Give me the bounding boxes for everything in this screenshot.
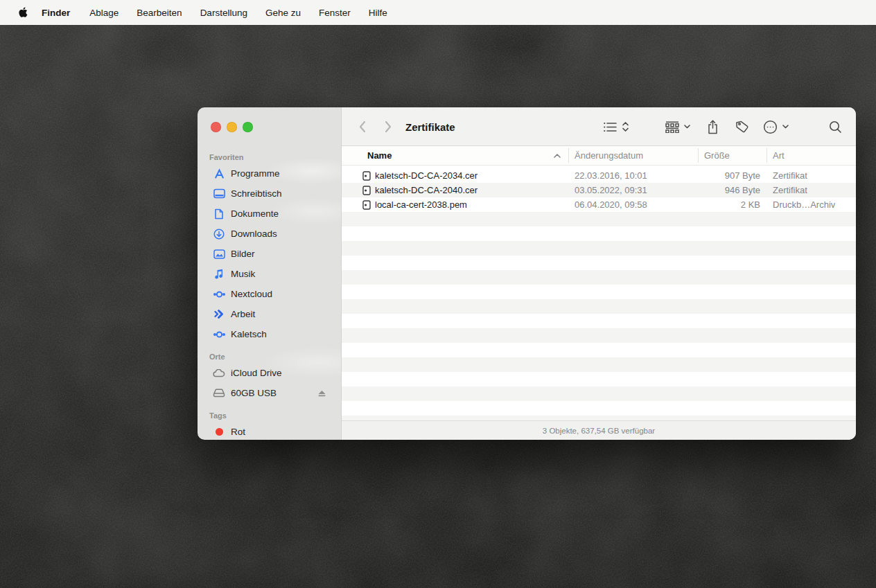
minimize-button[interactable]: [227, 122, 237, 132]
sidebar-item-label: 60GB USB: [231, 388, 277, 398]
ellipsis-circle-icon: [763, 120, 778, 134]
forward-button[interactable]: [378, 117, 398, 136]
column-header-art[interactable]: Art: [773, 146, 785, 165]
sidebar-section-header: Favoriten: [198, 150, 342, 163]
sidebar-item-label: Downloads: [231, 229, 277, 239]
document-icon: [212, 208, 226, 220]
download-circle-icon: [212, 229, 226, 240]
certificate-file-icon: [362, 171, 371, 181]
red-tag-dot: [212, 427, 226, 436]
menu-bar: Finder Ablage Bearbeiten Darstellung Geh…: [0, 0, 876, 25]
file-row[interactable]: kaletsch-DC-CA-2040.cer 03.05.2022, 09:3…: [342, 183, 856, 197]
menu-item-bearbeiten[interactable]: Bearbeiten: [128, 8, 191, 18]
sidebar-item-musik[interactable]: Musik: [198, 264, 342, 284]
back-button[interactable]: [353, 117, 372, 136]
window-controls: [211, 122, 253, 132]
desktop-icon: [212, 188, 226, 199]
file-kind: Zertifikat: [773, 168, 807, 183]
chevron-down-icon: [684, 125, 690, 129]
tag-icon: [735, 120, 749, 134]
status-bar: 3 Objekte, 637,54 GB verfügbar: [342, 420, 856, 440]
search-icon: [829, 121, 842, 134]
sidebar-item-programme[interactable]: Programme: [198, 163, 342, 184]
status-text: 3 Objekte, 637,54 GB verfügbar: [543, 427, 655, 435]
shortcut-arrow-icon: [212, 309, 226, 319]
file-row[interactable]: kaletsch-DC-CA-2034.cer 22.03.2016, 10:0…: [342, 168, 856, 183]
menu-item-ablage[interactable]: Ablage: [80, 8, 128, 18]
sidebar-item-bilder[interactable]: Bilder: [198, 244, 342, 264]
file-name: local-ca-cert-2038.pem: [375, 197, 467, 212]
menu-item-gehe-zu[interactable]: Gehe zu: [256, 8, 310, 18]
sort-chevrons-icon: [622, 121, 629, 132]
list-column-headers: Name Änderungsdatum Größe Art: [342, 146, 856, 166]
sidebar-item-icloud-drive[interactable]: iCloud Drive: [198, 363, 342, 383]
file-name: kaletsch-DC-CA-2034.cer: [375, 168, 478, 183]
file-size: 907 Byte: [691, 168, 760, 183]
file-list: kaletsch-DC-CA-2034.cer 22.03.2016, 10:0…: [342, 166, 856, 420]
sidebar-item-arbeit[interactable]: Arbeit: [198, 304, 342, 324]
sidebar-item-label: Rot: [231, 427, 245, 437]
file-row[interactable]: local-ca-cert-2038.pem 06.04.2020, 09:58…: [342, 197, 856, 212]
sidebar-item-nextcloud[interactable]: Nextcloud: [198, 284, 342, 304]
sort-ascending-icon: [554, 146, 561, 165]
more-actions-control[interactable]: [763, 107, 789, 146]
toolbar: Zertifikate: [342, 107, 856, 146]
nav-buttons: [353, 117, 398, 136]
sidebar-item-tag-rot[interactable]: Rot: [198, 422, 342, 440]
file-name: kaletsch-DC-CA-2040.cer: [375, 183, 478, 197]
sidebar-item-dokumente[interactable]: Dokumente: [198, 204, 342, 224]
close-button[interactable]: [211, 122, 221, 132]
nextcloud-icon: [212, 330, 226, 339]
column-divider[interactable]: [568, 148, 569, 163]
sidebar-item-label: iCloud Drive: [231, 368, 282, 378]
search-button[interactable]: [829, 107, 842, 146]
column-header-aenderungsdatum[interactable]: Änderungsdatum: [575, 146, 643, 165]
file-kind: Zertifikat: [773, 183, 807, 197]
appstore-icon: [212, 168, 226, 179]
file-date: 06.04.2020, 09:58: [575, 197, 647, 212]
sidebar-item-kaletsch[interactable]: Kaletsch: [198, 324, 342, 344]
sidebar-item-60gb-usb[interactable]: 60GB USB: [198, 383, 342, 403]
sidebar-section-orte: Orte iCloud Drive 60GB USB: [198, 350, 342, 403]
file-date: 22.03.2016, 10:01: [575, 168, 647, 183]
menu-item-finder[interactable]: Finder: [35, 8, 80, 18]
external-drive-icon: [212, 389, 226, 398]
sidebar-item-label: Kaletsch: [231, 329, 267, 339]
sidebar-item-label: Programme: [231, 168, 280, 179]
column-divider[interactable]: [766, 148, 767, 163]
share-button[interactable]: [707, 107, 719, 146]
share-icon: [707, 120, 719, 134]
column-header-name[interactable]: Name: [367, 146, 392, 165]
apple-menu-icon[interactable]: [11, 7, 35, 19]
sidebar-section-header: Tags: [198, 409, 342, 422]
nextcloud-icon: [212, 290, 226, 299]
eject-icon[interactable]: [317, 389, 326, 398]
sidebar-section-favoriten: Favoriten Programme Schreibtisch: [198, 150, 342, 344]
file-date: 03.05.2022, 09:31: [575, 183, 647, 197]
menu-item-hilfe[interactable]: Hilfe: [360, 8, 396, 18]
group-by-control[interactable]: [665, 107, 690, 146]
cloud-icon: [212, 369, 226, 377]
window-title: Zertifikate: [405, 107, 455, 146]
column-divider[interactable]: [698, 148, 699, 163]
menu-item-fenster[interactable]: Fenster: [310, 8, 360, 18]
tags-button[interactable]: [735, 107, 749, 146]
chevron-down-icon: [782, 125, 789, 129]
pictures-icon: [212, 249, 226, 259]
zoom-button[interactable]: [243, 122, 253, 132]
sidebar-item-schreibtisch[interactable]: Schreibtisch: [198, 184, 342, 204]
sidebar-item-downloads[interactable]: Downloads: [198, 224, 342, 244]
view-mode-control[interactable]: [604, 107, 629, 146]
column-header-groesse[interactable]: Größe: [704, 146, 730, 165]
sidebar-item-label: Musik: [231, 269, 255, 279]
sidebar-item-label: Schreibtisch: [231, 188, 282, 199]
sidebar-item-label: Nextcloud: [231, 289, 272, 299]
sidebar: Favoriten Programme Schreibtisch: [198, 107, 342, 440]
file-size: 2 KB: [691, 197, 760, 212]
menu-item-darstellung[interactable]: Darstellung: [191, 8, 256, 18]
group-view-icon: [665, 121, 679, 133]
certificate-file-icon: [362, 186, 371, 195]
sidebar-item-label: Arbeit: [231, 309, 255, 319]
list-view-icon: [604, 122, 617, 132]
sidebar-section-tags: Tags Rot: [198, 409, 342, 440]
